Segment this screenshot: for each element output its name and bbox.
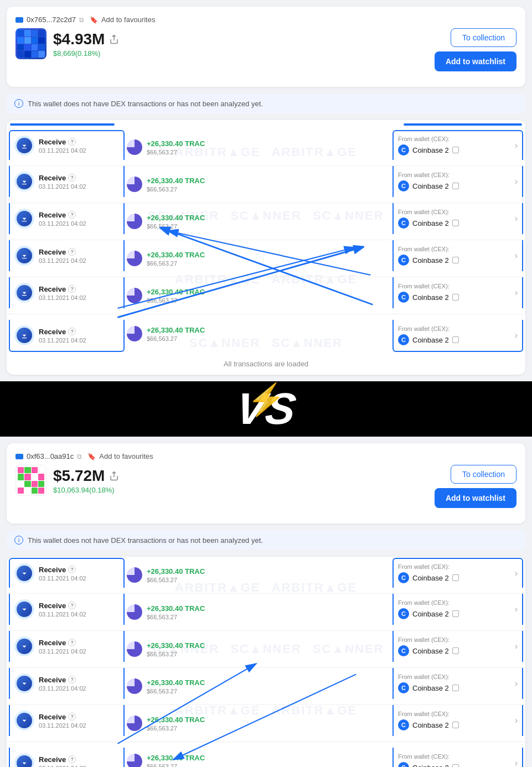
table-row: Receive? 03.11.2021 04:02 +26,330.40 TRA… [7,557,525,594]
tx1-rows-wrapper: Receive? 03.11.2021 04:02 +26,330.40 TRA… [7,129,525,353]
chevron-down-icon[interactable]: › [515,716,518,725]
wallet1-address: 0x765...72c2d7 [27,15,76,24]
wallet1-watchlist-button[interactable]: Add to watchlist [435,51,516,71]
wallet1-card: 0x765...72c2d7 ⧉ 🔖 Add to favourites [7,7,525,87]
table-row: Receive? 03.11.2021 04:02 +26,330.40 TRA… [7,631,525,668]
bookmark-icon-2: 🔖 [87,453,96,460]
all-loaded-label: All transactions are loaded [7,353,525,375]
wallet2-address: 0xf63...0aa91c [27,452,74,460]
wallet1-amount: $4.93M [53,30,119,48]
info-icon: i [14,99,23,108]
table-row: Receive? 03.11.2021 04:02 +26,330.40 TRA… [7,166,525,203]
share-icon[interactable] [109,34,119,44]
wallet1-avatar [16,28,47,59]
wallet2-watchlist-button[interactable]: Add to watchlist [435,488,516,508]
monitor-icon-2 [16,454,23,459]
wallet1-actions: To collection Add to watchlist [435,28,516,71]
wallet2-amount-block: $5.72M $10,063.94(0.18%) [53,467,119,494]
wallet1-header: $4.93M $8,669(0.18%) To collection Add t… [16,28,516,71]
table-row: Receive? 03.11.2021 04:02 +26,330.40 TRA… [7,129,525,166]
tx1-middle-col [117,123,401,126]
chevron-down-icon[interactable]: › [515,251,518,261]
wallet1-notice: i This wallet does not have DEX transact… [7,94,525,113]
chevron-down-icon[interactable]: › [515,177,518,186]
table-row: Receive? 03.11.2021 04:02 +26,330.40 TRA… [7,277,525,314]
wallet1-amount-block: $4.93M $8,669(0.18%) [53,30,119,58]
copy-icon-2[interactable]: ⧉ [77,453,82,460]
tx1-r1-right: From wallet (CEX): C Coinbase 2 › [392,130,523,160]
table-row: Receive? 03.11.2021 04:02 +26,330.40 TRA… [7,705,525,742]
wallet2-actions: To collection Add to watchlist [435,465,516,508]
table-row: Receive? 03.11.2021 04:02 +26,330.40 TRA… [7,742,525,767]
coinbase-icon: C [398,144,409,156]
chevron-down-icon[interactable]: › [515,568,518,578]
wallet2-address-row: 0xf63...0aa91c ⧉ 🔖 Add to favourites [16,452,516,460]
copy-icon[interactable] [452,147,459,153]
wallet2-amount: $5.72M [53,467,119,485]
wallet1-collection-button[interactable]: To collection [451,28,516,47]
copy-icon[interactable]: ⧉ [79,16,84,24]
chevron-down-icon[interactable]: › [515,214,518,224]
table-row: Receive? 03.11.2021 04:02 +26,330.40 TRA… [7,668,525,705]
chevron-down-icon[interactable]: › [515,604,518,614]
tx-receive-icon [14,136,34,156]
table-row: Receive? 03.11.2021 04:02 +26,330.40 TRA… [7,314,525,353]
chevron-down-icon[interactable]: › [515,288,518,298]
wallet1-transactions: ARBITR▲GEARBITR▲GE SC▲NNERSC▲NNERSC▲NNER… [7,120,525,375]
table-row: Receive? 03.11.2021 04:02 +26,330.40 TRA… [7,240,525,277]
tx1-right-highlight [404,123,522,126]
wallet2-avatar [16,465,47,496]
chevron-down-icon[interactable]: › [515,330,518,340]
tx1-grid [7,120,525,129]
bookmark-icon: 🔖 [90,16,98,24]
tx2-rows-wrapper: Receive? 03.11.2021 04:02 +26,330.40 TRA… [7,557,525,767]
wallet2-transactions: ARBITR▲GEARBITR▲GE SC▲NNERSC▲NNERSC▲NNER… [7,557,525,767]
info-icon-2: i [14,536,23,545]
wallet2-collection-button[interactable]: To collection [451,465,516,484]
chevron-down-icon[interactable]: › [515,678,518,688]
trac-icon [127,139,142,155]
wallet1-address-row: 0x765...72c2d7 ⧉ 🔖 Add to favourites [16,15,516,24]
chevron-down-icon[interactable]: › [515,141,518,151]
wallet2-card: 0xf63...0aa91c ⧉ 🔖 Add to favourites [7,443,525,524]
tx1-r1-left: Receive? 03.11.2021 04:02 [9,130,125,160]
wallet2-notice: i This wallet does not have DEX transact… [7,530,525,550]
chevron-down-icon[interactable]: › [515,641,518,651]
share-icon-2[interactable] [109,471,119,481]
wallet1-add-favourites[interactable]: Add to favourites [101,15,156,24]
monitor-icon [16,17,23,23]
wallet2-header: $5.72M $10,063.94(0.18%) To collection A… [16,465,516,508]
tx1-left-highlight [10,123,115,126]
wallet2-change: $10,063.94(0.18%) [53,486,119,494]
table-row: Receive? 03.11.2021 04:02 +26,330.40 TRA… [7,594,525,631]
wallet2-add-favourites[interactable]: Add to favourites [99,452,153,460]
chevron-down-icon[interactable]: › [515,758,518,767]
wallet2-info: $5.72M $10,063.94(0.18%) [16,465,119,496]
wallet1-info: $4.93M $8,669(0.18%) [16,28,119,59]
vs-divider: VS ⚡ [0,381,532,437]
wallet1-change: $8,669(0.18%) [53,49,119,58]
table-row: Receive? 03.11.2021 04:02 +26,330.40 TRA… [7,203,525,240]
tx1-r1-mid: +26,330.40 TRAC $66,563.27 [120,134,392,160]
lightning-icon: ⚡ [247,381,286,418]
